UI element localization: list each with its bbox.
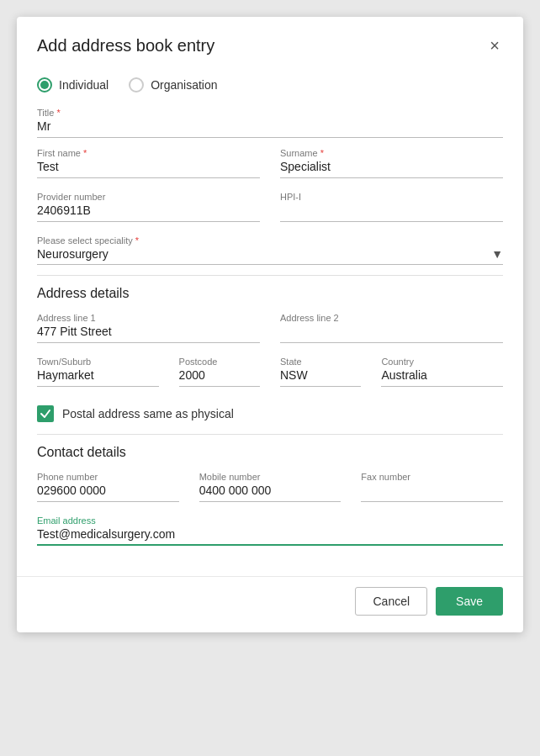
address-section: Address details Address line 1 477 Pitt … [37,286,503,422]
organisation-radio[interactable]: Organisation [129,77,217,93]
firstname-label: First name * [37,148,260,158]
add-address-book-modal: Add address book entry × Individual Orga… [17,17,523,632]
address-details-row: Town/Suburb Haymarket Postcode 2000 Stat… [37,357,503,397]
individual-radio-circle [37,77,52,93]
address-line1-value[interactable]: 477 Pitt Street [37,325,260,343]
hpi-label: HPI-I [280,192,503,202]
specialty-label: Please select speciality * [37,235,503,246]
cancel-button[interactable]: Cancel [355,587,427,616]
mobile-field: Mobile number 0400 000 000 [199,472,341,502]
address-line2-label: Address line 2 [280,313,503,323]
modal-title: Add address book entry [37,36,214,56]
organisation-radio-circle [129,77,144,93]
fax-value[interactable] [361,484,503,502]
email-label: Email address [37,515,503,526]
title-field: Title * Mr [37,108,503,138]
postal-same-checkbox[interactable] [37,405,54,422]
provider-label: Provider number [37,192,260,202]
close-button[interactable]: × [486,34,503,57]
mobile-label: Mobile number [199,472,341,482]
postal-same-label: Postal address same as physical [62,407,234,420]
modal-header: Add address book entry × [17,17,523,71]
chevron-down-icon: ▼ [491,247,503,261]
specialty-dropdown[interactable]: Neurosurgery ▼ [37,247,503,265]
surname-value[interactable]: Specialist [280,160,503,178]
hpi-field: HPI-I [280,192,503,222]
firstname-field: First name * Test [37,148,260,178]
divider-2 [37,434,503,435]
mobile-value[interactable]: 0400 000 000 [199,484,341,502]
state-value[interactable]: NSW [280,368,361,387]
divider-1 [37,275,503,276]
address-line1-field: Address line 1 477 Pitt Street [37,313,260,343]
contact-numbers-row: Phone number 029600 0000 Mobile number 0… [37,472,503,512]
contact-section: Contact details Phone number 029600 0000… [37,445,503,546]
fax-field: Fax number [361,472,503,502]
postcode-label: Postcode [179,357,260,367]
provider-value[interactable]: 2406911B [37,204,260,222]
contact-section-title: Contact details [37,445,503,460]
email-value[interactable]: Test@medicalsurgery.com [37,527,503,546]
postal-same-row: Postal address same as physical [37,405,503,422]
specialty-field: Please select speciality * Neurosurgery … [37,235,503,265]
entity-type-group: Individual Organisation [37,77,503,93]
provider-field: Provider number 2406911B [37,192,260,222]
hpi-value[interactable] [280,204,503,222]
address-line2-value[interactable] [280,325,503,343]
provider-row: Provider number 2406911B HPI-I [37,192,503,232]
phone-field: Phone number 029600 0000 [37,472,179,502]
address-line1-label: Address line 1 [37,313,260,323]
address-lines-row: Address line 1 477 Pitt Street Address l… [37,313,503,353]
town-field: Town/Suburb Haymarket [37,357,159,387]
postcode-value[interactable]: 2000 [179,368,260,387]
organisation-label: Organisation [151,78,217,92]
modal-footer: Cancel Save [17,576,523,632]
country-label: Country [381,357,503,367]
country-field: Country Australia [381,357,503,387]
checkmark-icon [40,408,51,420]
fax-label: Fax number [361,472,503,482]
title-value[interactable]: Mr [37,119,503,138]
state-field: State NSW [280,357,361,387]
specialty-value: Neurosurgery [37,247,109,261]
individual-radio[interactable]: Individual [37,77,109,93]
modal-body: Individual Organisation Title * Mr First… [17,71,523,569]
save-button[interactable]: Save [436,587,503,616]
postcode-field: Postcode 2000 [179,357,260,387]
name-row: First name * Test Surname * Specialist [37,148,503,188]
state-label: State [280,357,361,367]
phone-value[interactable]: 029600 0000 [37,484,179,502]
address-section-title: Address details [37,286,503,301]
firstname-value[interactable]: Test [37,160,260,178]
address-line2-field: Address line 2 [280,313,503,343]
town-label: Town/Suburb [37,357,159,367]
surname-label: Surname * [280,148,503,158]
title-label: Title * [37,108,503,118]
surname-field: Surname * Specialist [280,148,503,178]
email-field: Email address Test@medicalsurgery.com [37,515,503,546]
title-section: Title * Mr [37,108,503,138]
individual-label: Individual [59,78,109,92]
town-value[interactable]: Haymarket [37,368,159,387]
phone-label: Phone number [37,472,179,482]
country-value[interactable]: Australia [381,368,503,387]
